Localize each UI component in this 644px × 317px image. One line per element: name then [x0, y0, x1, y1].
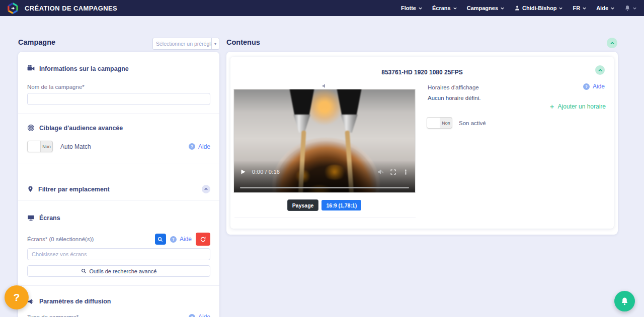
media-divider [234, 218, 416, 218]
notifications-fab-button[interactable] [614, 291, 635, 311]
audience-section: Ciblage d'audience avancée Non Auto Matc… [18, 114, 219, 163]
nav-item-aide[interactable]: Aide [596, 5, 615, 11]
media-card: 853761-HD 1920 1080 25FPS ? Aide 0:0 [230, 57, 614, 229]
content-panel-title: Contenus [226, 38, 260, 46]
add-schedule-link[interactable]: + Ajouter un horaire [550, 103, 606, 110]
question-circle-icon: ? [189, 314, 195, 317]
location-filter-header: Filtrer par emplacement [27, 185, 210, 193]
plus-icon: + [550, 104, 554, 109]
content-collapse-button[interactable] [607, 38, 617, 48]
screens-search-button[interactable] [155, 234, 166, 245]
target-icon [27, 124, 35, 132]
bell-icon [624, 5, 630, 11]
nav-item-user[interactable]: Chidi-Bishop [514, 5, 563, 11]
chevron-down-icon [558, 6, 563, 11]
campaign-card: Informations sur la campagne Nom de la c… [18, 52, 219, 317]
audience-help-link[interactable]: ? Aide [189, 143, 210, 150]
nav-item-campagnes[interactable]: Campagnes [467, 5, 505, 11]
sound-enabled-label: Son activé [459, 120, 486, 126]
chevron-up-icon [598, 68, 603, 73]
monitor-icon [27, 215, 35, 222]
toggle-knob [28, 141, 41, 152]
screens-help-link[interactable]: ? Aide [170, 236, 192, 243]
orientation-button[interactable]: Paysage [288, 200, 318, 210]
nav-menu: Flotte Écrans Campagnes Chidi-Bishop FR … [401, 5, 637, 11]
video-time: 0:00 / 0:16 [252, 169, 280, 175]
search-icon [157, 237, 163, 242]
mute-icon[interactable] [377, 168, 384, 175]
nav-item-language[interactable]: FR [573, 5, 587, 11]
video-progress-bar[interactable] [240, 187, 409, 188]
play-icon[interactable] [240, 169, 246, 175]
diffusion-header: Paramètres de diffusion [27, 298, 210, 305]
help-fab-button[interactable]: ? [5, 285, 29, 309]
preset-select-value: Sélectionner un préréglage... [153, 41, 211, 47]
app-logo-icon [7, 3, 19, 14]
advanced-search-button[interactable]: Outils de recherche avancé [27, 265, 210, 277]
aspect-ratio-button[interactable]: 16:9 (1,78:1) [321, 200, 361, 210]
question-circle-icon: ? [189, 143, 195, 150]
select-arrow-icon: ▾ [211, 38, 219, 49]
campaign-info-section: Informations sur la campagne Nom de la c… [18, 52, 219, 114]
campaign-panel-title: Campagne [18, 38, 55, 46]
app-title: CRÉATION DE CAMPAGNES [25, 5, 117, 12]
question-circle-icon: ? [583, 83, 590, 90]
screens-section: Écrans Écrans* (0 sélectionné(s)) ? Aide… [18, 200, 219, 285]
chevron-up-icon [610, 41, 615, 46]
nav-item-flotte[interactable]: Flotte [401, 5, 423, 11]
diffusion-help-link[interactable]: ? Aide [189, 313, 210, 317]
campaign-type-label: Type de campagne* [27, 314, 78, 317]
contents-card: 853761-HD 1920 1080 25FPS ? Aide 0:0 [226, 52, 618, 235]
chevron-down-icon [632, 6, 637, 11]
schedule-label: Horaires d'affichage [428, 84, 479, 90]
location-collapse-button[interactable] [202, 185, 210, 193]
auto-match-toggle[interactable]: Non [27, 141, 53, 152]
toggle-state-label: Non [440, 118, 452, 128]
kebab-menu-icon[interactable] [403, 169, 409, 175]
toggle-state-label: Non [41, 141, 52, 152]
screens-refresh-button[interactable] [196, 233, 210, 246]
nav-item-ecrans[interactable]: Écrans [432, 5, 457, 11]
location-filter-section: Filtrer par emplacement [18, 163, 219, 200]
preset-select[interactable]: Sélectionner un préréglage... ▾ [152, 38, 219, 50]
chevron-down-icon [418, 6, 423, 11]
diffusion-section: Paramètres de diffusion Type de campagne… [18, 285, 219, 317]
nav-item-notifications[interactable] [624, 5, 637, 11]
video-camera-icon [27, 65, 35, 72]
screens-choose-input[interactable] [27, 248, 210, 260]
media-collapse-button[interactable] [595, 65, 605, 75]
sound-toggle[interactable]: Non [427, 117, 452, 129]
auto-match-label: Auto Match [60, 143, 91, 150]
question-mark: ? [14, 291, 20, 303]
navbar: CRÉATION DE CAMPAGNES Flotte Écrans Camp… [0, 0, 644, 16]
refresh-icon [200, 236, 206, 243]
video-player[interactable]: 0:00 / 0:16 [233, 89, 416, 193]
chevron-down-icon [610, 6, 615, 11]
screens-count-label: Écrans* (0 sélectionné(s)) [27, 236, 94, 242]
question-circle-icon: ? [170, 236, 177, 243]
chevron-down-icon [582, 6, 587, 11]
campaign-name-label: Nom de la campagne* [27, 84, 210, 90]
campaign-name-input[interactable] [27, 93, 210, 105]
toggle-knob [427, 118, 440, 128]
screens-header: Écrans [27, 215, 210, 222]
video-controls: 0:00 / 0:16 [234, 160, 415, 192]
user-icon [514, 5, 520, 11]
audience-header: Ciblage d'audience avancée [27, 124, 210, 132]
chevron-up-icon [204, 187, 208, 191]
bell-icon [620, 297, 629, 305]
chevron-down-icon [453, 6, 457, 11]
campaign-info-header: Informations sur la campagne [27, 65, 210, 72]
search-icon [81, 268, 87, 274]
fullscreen-icon[interactable] [390, 169, 396, 175]
media-title: 853761-HD 1920 1080 25FPS [230, 69, 614, 76]
chevron-down-icon [500, 6, 505, 11]
media-help-link[interactable]: ? Aide [583, 83, 605, 90]
map-pin-icon [27, 185, 34, 193]
brand[interactable]: CRÉATION DE CAMPAGNES [7, 3, 117, 14]
schedule-empty-text: Aucun horaire défini. [428, 95, 480, 101]
